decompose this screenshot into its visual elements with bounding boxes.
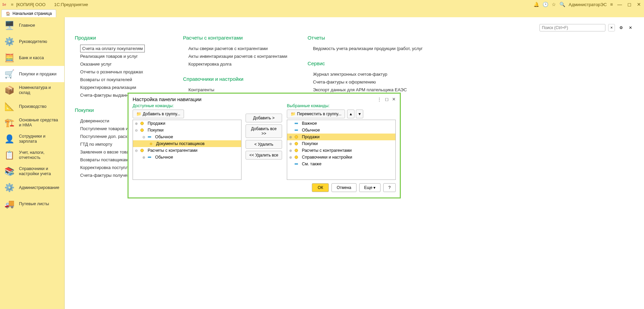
manager-icon: ⚙️ (3, 36, 16, 47)
tree-item[interactable]: ⊕ Обычное (133, 154, 241, 161)
sect-link[interactable]: Журнал электронных счетов-фактур (313, 70, 423, 78)
sect-link[interactable]: Ведомость учета реализации продукции (ра… (313, 45, 423, 52)
expand-icon[interactable]: ⊕ (289, 156, 293, 159)
tree-item[interactable]: Важное (287, 120, 395, 127)
group-icon (295, 123, 298, 124)
search-clear-button[interactable]: × (608, 24, 615, 31)
move-to-group-button[interactable]: 📁 Переместить в группу... (287, 110, 345, 118)
add-button[interactable]: Добавить > (246, 114, 282, 122)
gear-button[interactable]: ⚙ (618, 24, 624, 31)
bell-icon[interactable]: 🔔 (533, 2, 539, 7)
sidebar-item-admin[interactable]: ⚙️Администрирование (0, 180, 64, 196)
expand-icon[interactable]: ⊕ (135, 122, 139, 125)
sect-link[interactable]: Акты сверки расчетов с контрагентами (188, 45, 287, 52)
sect-link[interactable]: Возвраты от покупателей (80, 76, 163, 84)
burger-icon[interactable]: ≡ (11, 2, 14, 7)
close-button[interactable]: ✕ (636, 2, 642, 7)
move-up-button[interactable]: ▲ (347, 110, 354, 118)
available-tree[interactable]: ⊕ Продажи ⊖ Покупки ⊖ Обычное Документы … (133, 120, 242, 180)
sidebar-item-prod[interactable]: 📐Производство (0, 98, 64, 115)
sect-link[interactable]: Оказание услуг (80, 60, 163, 68)
ok-button[interactable]: ОК (312, 183, 329, 192)
group-icon (295, 163, 298, 165)
sidebar-item-sales[interactable]: 🛒Покупки и продажи (0, 66, 64, 82)
section-service-head: Сервис (307, 61, 423, 66)
folder-icon (295, 142, 298, 145)
tree-item[interactable]: ⊕ Расчеты с контрагентами (287, 147, 395, 154)
hr-icon: 👤 (3, 134, 16, 144)
cancel-button[interactable]: Отмена (331, 183, 356, 192)
maximize-button[interactable]: ◻ (626, 2, 632, 7)
tab-label: Начальная страница (13, 11, 52, 16)
sidebar-item-manager[interactable]: ⚙️Руководителю (0, 33, 64, 50)
selected-label: Выбранные команды: (287, 103, 396, 108)
folder-icon (295, 156, 298, 159)
titlebar: 1e ≡ [КОПИЯ] ООО 1С:Предприятие 🔔 🕑 ☆ 🔍 … (0, 0, 644, 9)
sect-link[interactable]: Отчеты о розничных продажах (80, 68, 163, 76)
sect-link[interactable]: Реализация товаров и услуг (80, 52, 163, 60)
tree-item[interactable]: См. также (287, 161, 395, 167)
star-icon[interactable]: ☆ (552, 2, 556, 7)
help-button[interactable]: ? (383, 183, 396, 192)
group-icon (295, 129, 298, 131)
bank-icon: 🧮 (3, 52, 16, 63)
tree-item[interactable]: Обычное (287, 127, 395, 134)
collapse-icon[interactable]: ⊖ (135, 128, 139, 132)
settings-icon[interactable]: ≡ (610, 2, 613, 7)
sect-link[interactable]: Корректировка реализации (80, 84, 163, 91)
tree-item[interactable]: ⊕ Продажи (133, 120, 241, 127)
refs-icon: 📚 (3, 166, 16, 177)
dialog-menu-button[interactable]: ⋮ (377, 97, 382, 102)
tree-item[interactable]: ⊖ Покупки (133, 127, 241, 134)
sidebar-item-assets[interactable]: 🏗️Основные средства и НМА (0, 115, 64, 131)
sidebar-item-hr[interactable]: 👤Сотрудники и зарплата (0, 131, 64, 147)
search-input[interactable] (539, 24, 605, 31)
tree-item[interactable]: ⊖ Обычное (133, 134, 241, 140)
main-icon: 🖥️ (3, 20, 16, 31)
panel-close-button[interactable]: ✕ (627, 24, 634, 31)
collapse-icon[interactable]: ⊖ (135, 149, 139, 152)
prod-icon: 📐 (3, 101, 16, 112)
folder-icon (140, 149, 144, 152)
folder-icon (140, 128, 144, 132)
selected-tree[interactable]: Важное Обычное ⊕ Продажи ⊕ Покупки ⊕ Рас… (287, 120, 396, 180)
tab-home[interactable]: 🏠 Начальная страница (1, 9, 56, 17)
sidebar-item-main[interactable]: 🖥️Главное (0, 17, 64, 33)
logo-icon: 1e (2, 2, 6, 7)
collapse-icon[interactable]: ⊖ (142, 135, 146, 139)
history-icon[interactable]: 🕑 (543, 2, 548, 7)
tree-item[interactable]: ⊖ Расчеты с контрагентами (133, 147, 241, 154)
tree-item-selected[interactable]: Документы поставщиков (133, 140, 241, 147)
more-button[interactable]: Еще ▾ (359, 183, 381, 192)
move-down-button[interactable]: ▼ (356, 110, 363, 118)
sidebar-item-routes[interactable]: 🚚Путевые листы (0, 196, 64, 212)
folder-icon (140, 122, 144, 125)
tree-item[interactable]: ⊕ Справочники и настройки (287, 154, 395, 161)
sidebar-item-bank[interactable]: 🧮Банк и касса (0, 50, 64, 66)
expand-icon[interactable]: ⊕ (289, 142, 293, 146)
expand-icon[interactable]: ⊕ (142, 156, 146, 159)
sidebar-item-tax[interactable]: 📋Учет, налоги, отчетность (0, 147, 64, 163)
add-all-button[interactable]: Добавить все >> (246, 124, 282, 138)
sidebar-item-stock[interactable]: 📦Номенклатура и склад (0, 82, 64, 98)
search-icon[interactable]: 🔍 (559, 2, 565, 7)
expand-icon[interactable]: ⊕ (289, 135, 293, 139)
dialog-maximize-button[interactable]: ◻ (385, 97, 389, 102)
del-all-button[interactable]: << Удалить все (246, 151, 282, 160)
user-label[interactable]: АдминистраторЭС (569, 2, 607, 7)
tree-item[interactable]: ⊕ Покупки (287, 140, 395, 147)
sect-link[interactable]: Корректировка долга (188, 60, 287, 68)
del-button[interactable]: < Удалить (246, 140, 282, 149)
sidebar-item-refs[interactable]: 📚Справочники и настройки учета (0, 163, 64, 180)
expand-icon[interactable]: ⊕ (289, 149, 293, 152)
sales-icon: 🛒 (3, 69, 16, 79)
tree-item-selected[interactable]: ⊕ Продажи (287, 134, 395, 140)
add-to-group-button[interactable]: 📁 Добавить в группу... (133, 110, 184, 118)
window-title: [КОПИЯ] ООО 1С:Предприятие (16, 2, 88, 7)
sect-link[interactable]: Счета на оплату покупателям (80, 45, 145, 52)
sect-link[interactable]: Акты инвентаризации расчетов с контраген… (188, 52, 287, 60)
dialog-close-button[interactable]: ✕ (392, 97, 396, 102)
sect-link[interactable]: Счета-фактуры к оформлению (313, 78, 423, 86)
minimize-button[interactable]: — (616, 2, 623, 7)
tabbar: 🏠 Начальная страница (0, 9, 644, 17)
